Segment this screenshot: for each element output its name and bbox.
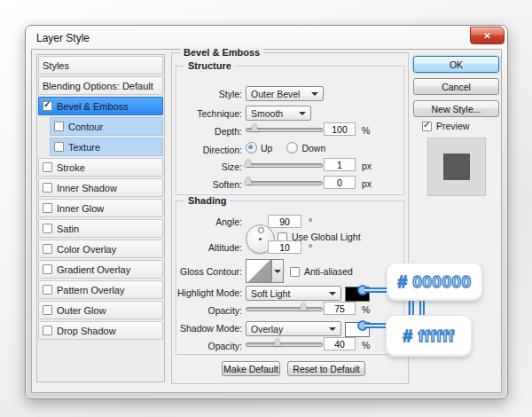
- callout-shadow-hex-text: # ffffff: [403, 327, 455, 346]
- angle-unit: °: [309, 216, 312, 227]
- highlight-opacity-unit: %: [362, 304, 370, 315]
- size-label: Size:: [171, 161, 242, 172]
- sidebar-item-label: Bevel & Emboss: [57, 101, 129, 112]
- sidebar-item-bevel-emboss[interactable]: ✓Bevel & Emboss: [38, 97, 163, 115]
- contour-checkbox[interactable]: [54, 122, 64, 131]
- window-title: Layer Style: [36, 32, 90, 44]
- depth-slider-thumb[interactable]: [250, 123, 259, 131]
- sidebar-item-outer-glow[interactable]: Outer Glow: [38, 301, 163, 319]
- highlight-opacity-label: Opacity:: [171, 305, 242, 316]
- soften-input[interactable]: [324, 176, 356, 189]
- sidebar-item-stroke[interactable]: Stroke: [38, 158, 163, 177]
- satin-checkbox[interactable]: [43, 224, 52, 233]
- pattern-overlay-checkbox[interactable]: [43, 285, 52, 295]
- make-default-button[interactable]: Make Default: [222, 361, 280, 376]
- bevel-emboss-panel: Bevel & Emboss Structure Style: Outer Be…: [171, 52, 409, 384]
- close-icon: ✕: [483, 31, 490, 41]
- chevron-down-icon: [329, 292, 336, 295]
- direction-radios: Up Down: [246, 142, 325, 153]
- sidebar-item-pattern-overlay[interactable]: Pattern Overlay: [38, 280, 163, 299]
- style-label: Style:: [171, 89, 242, 99]
- highlight-opacity-slider[interactable]: [246, 307, 323, 311]
- style-select-value: Outer Bevel: [251, 89, 300, 99]
- sidebar-item-blending-options[interactable]: Blending Options: Default: [38, 76, 163, 95]
- outer-glow-checkbox[interactable]: [43, 305, 52, 315]
- styles-list-header-label: Styles: [43, 60, 69, 71]
- color-overlay-checkbox[interactable]: [43, 244, 52, 254]
- sidebar-item-gradient-overlay[interactable]: Gradient Overlay: [38, 260, 163, 279]
- highlight-opacity-thumb[interactable]: [299, 303, 308, 311]
- altitude-input[interactable]: [268, 240, 301, 254]
- size-slider-thumb[interactable]: [244, 159, 253, 167]
- texture-checkbox[interactable]: [54, 142, 64, 152]
- gradient-overlay-checkbox[interactable]: [43, 264, 52, 274]
- sidebar-item-color-overlay[interactable]: Color Overlay: [38, 240, 163, 258]
- drop-shadow-checkbox[interactable]: [43, 326, 52, 335]
- inner-glow-checkbox[interactable]: [43, 203, 52, 213]
- reset-to-default-button[interactable]: Reset to Default: [287, 361, 365, 376]
- size-input[interactable]: [324, 158, 356, 171]
- sidebar-item-label: Pattern Overlay: [57, 285, 124, 295]
- chevron-down-icon: [329, 327, 336, 331]
- connector-line-highlight: [364, 287, 388, 293]
- preview-checkbox[interactable]: ✓: [422, 122, 432, 131]
- style-select[interactable]: Outer Bevel: [246, 86, 324, 101]
- shading-group: Shading Angle: ° Use Global Light Altitu…: [176, 201, 404, 355]
- angle-dial-marker-icon: [258, 227, 264, 233]
- structure-group: Structure Style: Outer Bevel Technique: …: [176, 66, 404, 195]
- shadow-opacity-thumb[interactable]: [273, 338, 282, 346]
- sidebar-item-label: Color Overlay: [57, 244, 116, 255]
- shadow-mode-value: Overlay: [251, 324, 283, 334]
- anti-aliased-label: Anti-aliased: [304, 266, 353, 277]
- shadow-mode-select[interactable]: Overlay: [246, 321, 341, 336]
- direction-up-radio[interactable]: [246, 142, 257, 153]
- ok-button[interactable]: OK: [413, 56, 499, 73]
- close-button[interactable]: ✕: [470, 27, 505, 44]
- depth-input[interactable]: [324, 122, 356, 136]
- direction-up-label: Up: [261, 143, 272, 153]
- sidebar-item-inner-shadow[interactable]: Inner Shadow: [38, 178, 163, 197]
- shadow-opacity-input[interactable]: [324, 337, 356, 350]
- sidebar-item-label: Inner Shadow: [57, 183, 117, 193]
- anti-aliased-checkbox[interactable]: [290, 267, 300, 277]
- titlebar[interactable]: Layer Style ✕: [26, 26, 507, 49]
- sidebar-item-label: Gradient Overlay: [57, 264, 130, 275]
- size-unit: px: [362, 161, 372, 171]
- direction-down-radio[interactable]: [286, 142, 298, 153]
- angle-dial-center-icon: [259, 238, 262, 240]
- sidebar-item-satin[interactable]: Satin: [38, 219, 163, 238]
- shading-legend: Shading: [184, 195, 230, 206]
- depth-slider[interactable]: [246, 128, 323, 132]
- new-style-button[interactable]: New Style...: [413, 100, 499, 117]
- sidebar-item-label: Drop Shadow: [57, 326, 116, 336]
- sidebar-item-drop-shadow[interactable]: Drop Shadow: [38, 321, 163, 340]
- soften-slider-thumb[interactable]: [244, 177, 253, 185]
- callout-highlight-hex-text: # 000000: [397, 272, 471, 292]
- altitude-unit: °: [309, 242, 312, 253]
- sidebar-item-label: Inner Glow: [57, 203, 104, 214]
- gloss-contour-dropdown-button[interactable]: [272, 259, 284, 283]
- preview-row: ✓ Preview: [422, 121, 469, 131]
- sidebar-item-contour[interactable]: Contour: [50, 117, 163, 136]
- gloss-contour-swatch[interactable]: [246, 259, 272, 283]
- technique-select[interactable]: Smooth: [246, 106, 311, 121]
- styles-list-header: Styles: [38, 56, 163, 75]
- highlight-opacity-input[interactable]: [324, 302, 356, 315]
- bevel-emboss-checkbox[interactable]: ✓: [43, 101, 52, 111]
- size-slider[interactable]: [246, 163, 323, 168]
- inner-shadow-checkbox[interactable]: [43, 183, 52, 193]
- shadow-opacity-slider[interactable]: [246, 342, 323, 347]
- angle-input[interactable]: [268, 215, 301, 228]
- soften-slider[interactable]: [246, 181, 323, 185]
- highlight-mode-label: Highlight Mode:: [171, 287, 242, 298]
- check-icon: ✓: [43, 99, 51, 109]
- sidebar-item-label: Contour: [68, 122, 103, 132]
- sidebar-item-label: Stroke: [57, 162, 85, 173]
- sidebar-item-texture[interactable]: Texture: [50, 138, 163, 156]
- highlight-mode-select[interactable]: Soft Light: [246, 286, 341, 301]
- callout-highlight-hex: # 000000: [387, 264, 481, 300]
- sidebar-item-inner-glow[interactable]: Inner Glow: [38, 199, 163, 217]
- cancel-button[interactable]: Cancel: [413, 78, 499, 95]
- use-global-light-label: Use Global Light: [292, 232, 361, 242]
- stroke-checkbox[interactable]: [43, 162, 52, 172]
